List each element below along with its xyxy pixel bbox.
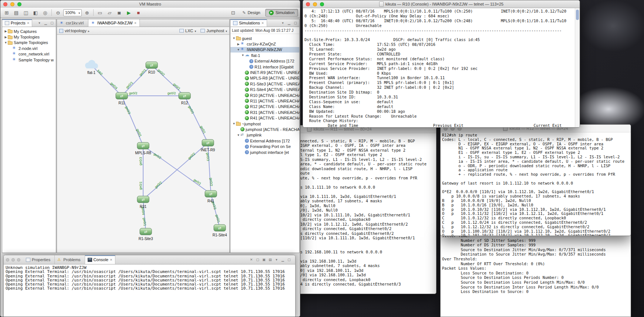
screenshot-icon[interactable]: ◙ — [115, 9, 124, 17]
minimize-view-icon[interactable]: ▁ — [280, 258, 285, 262]
lxc-dropdown[interactable]: LXC — [179, 28, 196, 33]
expander-icon[interactable]: ▶ — [236, 43, 240, 46]
simulation-tree-item[interactable]: R11 [ACTIVE - UNREACHABLE] — [230, 98, 299, 104]
close-view-icon[interactable]: ✕ — [249, 258, 254, 262]
window-titlebar[interactable]: kikuta — R10 (Console) - IWANBGP-N9rZJW … — [303, 0, 580, 8]
project-tree-item[interactable]: core_network.virl — [2, 51, 56, 57]
simulation-tree-item[interactable]: jumphost interface [et — [230, 149, 299, 155]
minimize-button[interactable] — [313, 2, 317, 6]
project-tree-item[interactable]: ▶ My Topologies — [2, 34, 56, 40]
zoom-button[interactable] — [320, 2, 324, 6]
terminal-window-r10[interactable]: kikuta — R10 (Console) - IWANBGP-N9rZJW … — [303, 0, 580, 128]
simulation-tree-item[interactable]: External Address [172 — [230, 58, 299, 64]
terminal-window-sla[interactable]: Jitter Time: Number of SD Jitter Samples… — [440, 232, 631, 317]
simulation-tree-item[interactable]: R1-Site4 [ACTIVE - UNREACHABLE] — [230, 87, 299, 92]
simulation-tree-item[interactable]: ▼ jumplink — [230, 132, 299, 138]
link-r12-inetr9[interactable] — [185, 96, 208, 143]
expander-icon[interactable]: ▶ — [4, 36, 8, 39]
view-menu-icon[interactable]: ▾ — [37, 21, 42, 25]
clear-console-icon[interactable]: ▢ — [255, 258, 260, 262]
simulation-tree-item[interactable]: jumphost [ACTIVE - REACHABLE] — [230, 127, 299, 132]
window-titlebar[interactable]: VM Maestro — [0, 0, 300, 8]
project-tree-item[interactable]: 2-node.virl — [2, 45, 56, 51]
topology-node-r12[interactable]: R12 — [179, 92, 190, 105]
tab-console[interactable]: Console ✕ — [85, 255, 115, 264]
tab-projects[interactable]: Projects ✕ — [2, 19, 32, 27]
pin-console-icon[interactable]: ▤ — [268, 258, 273, 262]
vm-maestro-window[interactable]: VM Maestro ⊞▤◫◧◎ ⊖ 100% ⊕ ▭▱◙▶■ ⊡ Desi — [0, 0, 300, 317]
topology-node-flat-1[interactable]: flat-1 — [85, 60, 98, 75]
start-simulation-icon[interactable]: ▶ — [124, 9, 133, 17]
close-tab-icon[interactable]: ✕ — [134, 21, 137, 25]
simulation-tree-item[interactable]: External Address [172 — [230, 138, 299, 144]
console-menu-icon[interactable]: ▾ — [274, 258, 279, 262]
zoom-level-select[interactable]: 100% — [63, 9, 82, 16]
zoom-button[interactable] — [17, 2, 21, 6]
minimize-button[interactable] — [11, 258, 15, 262]
simulation-tree-item[interactable]: ▼ flat-1 — [230, 53, 299, 58]
simulation-tree-item[interactable]: ▼ IWANBGP-N9rZJW — [230, 47, 299, 53]
maximize-view-icon[interactable]: ▢ — [293, 21, 298, 25]
project-tree-item[interactable]: ▼ Sample Topologies — [2, 40, 56, 45]
topology-node-r1-site3[interactable]: R1-Site3 — [139, 228, 153, 241]
tab-csr1kv[interactable]: csr1kv.virl — [57, 19, 88, 27]
view-menu-icon[interactable]: ▾ — [280, 21, 285, 25]
simulation-tree-item[interactable]: INET-R9 [ACTIVE - UNREACHABLE] — [230, 70, 299, 75]
fit-width-icon[interactable]: ▭ — [95, 9, 104, 17]
breadcrumb[interactable]: virl:topology — [65, 28, 87, 33]
terminal-output[interactable]: R12#sh ip routeCodes: L - local, C - con… — [441, 132, 631, 236]
zoom-in-icon[interactable]: ⊕ — [82, 9, 91, 17]
maximize-view-icon[interactable]: ▢ — [50, 21, 54, 25]
save-icon[interactable]: ◫ — [21, 9, 30, 17]
terminal-output[interactable]: Jitter Time: Number of SD Jitter Samples… — [441, 233, 631, 317]
open-topology-icon[interactable]: ▤ — [12, 9, 21, 17]
scroll-lock-icon[interactable]: ▣ — [262, 258, 266, 262]
fit-page-icon[interactable]: ▱ — [105, 9, 114, 17]
topology-node-r1-site4[interactable]: R1-Site4 — [213, 225, 227, 237]
topology-node-mpls-r8[interactable]: MPLS-R8 — [135, 142, 151, 155]
open-perspective-icon[interactable]: ⊡ — [229, 9, 237, 17]
terminal-output[interactable]: 4: 17:12:13 (UTC) 08/07/16 MPLS(0:0|0:1)… — [303, 8, 580, 127]
zoom-button[interactable] — [17, 258, 20, 262]
minimize-view-icon[interactable]: ▁ — [43, 21, 48, 25]
simulation-tree-item[interactable]: ▼ ~jumphost — [230, 121, 299, 127]
topology-canvas[interactable]: ⇄ — [57, 35, 229, 253]
simulation-tree-item[interactable]: ▼ guest — [230, 36, 299, 41]
maximize-view-icon[interactable]: ▢ — [287, 258, 291, 262]
link-flat1-r11[interactable] — [91, 65, 122, 96]
topology-node-r11[interactable]: R11 — [116, 92, 128, 105]
simulation-tree-item[interactable]: MPLS-R8 [ACTIVE - UNREACHABLE] — [230, 75, 299, 81]
close-tab-icon[interactable]: ✕ — [262, 21, 264, 25]
project-tree-item[interactable]: ▶ My Captures — [2, 28, 56, 34]
project-tree-item[interactable]: Sample Topology w — [2, 57, 56, 63]
simulation-tree-item[interactable]: R11 interface [Gigabit — [230, 64, 299, 70]
console-output[interactable]: Unknown simulation IWANBGP-N9rZJWOpening… — [4, 264, 295, 292]
expander-icon[interactable]: ▼ — [232, 122, 236, 125]
scrollbar-thumb[interactable] — [576, 10, 579, 20]
tab-simulations[interactable]: Simulations ✕ — [230, 19, 267, 27]
refresh-icon[interactable]: ◎ — [41, 9, 50, 17]
jumphost-dropdown[interactable]: Jumphost — [200, 28, 227, 33]
console-panel[interactable]: Properties Problems Console — [3, 255, 296, 317]
stop-simulation-icon[interactable]: ■ — [134, 9, 143, 17]
minimize-view-icon[interactable]: ▁ — [287, 21, 291, 25]
expander-icon[interactable]: ▶ — [4, 30, 8, 33]
simulation-perspective-button[interactable]: Simulation — [265, 9, 298, 17]
simulation-tree-item[interactable]: R1-Site3 [ACTIVE - UNREACHABLE] — [230, 81, 299, 87]
tab-properties[interactable]: Properties — [23, 255, 55, 264]
close-tab-icon[interactable]: ✕ — [27, 21, 30, 25]
expander-icon[interactable]: ▼ — [236, 134, 240, 137]
simulation-tree-item[interactable]: R31 [ACTIVE - UNREACHABLE] — [230, 109, 299, 115]
topology-node-inet-r9[interactable]: INET-R9 — [201, 139, 215, 152]
console-panel-header[interactable]: Properties Problems Console — [4, 255, 295, 264]
expander-icon[interactable]: ▼ — [232, 37, 236, 40]
close-button[interactable] — [3, 2, 7, 6]
design-perspective-button[interactable]: Design — [239, 9, 264, 17]
tab-problems[interactable]: Problems — [55, 255, 85, 264]
close-button[interactable] — [6, 258, 9, 262]
close-tab-icon[interactable]: ✕ — [110, 258, 112, 262]
simulation-tree-item[interactable]: ▶ csr1kv-KZwQnZ — [230, 41, 299, 47]
new-topology-icon[interactable]: ⊞ — [2, 9, 11, 17]
export-icon[interactable]: ◧ — [31, 9, 40, 17]
expander-icon[interactable]: ▼ — [4, 41, 8, 44]
